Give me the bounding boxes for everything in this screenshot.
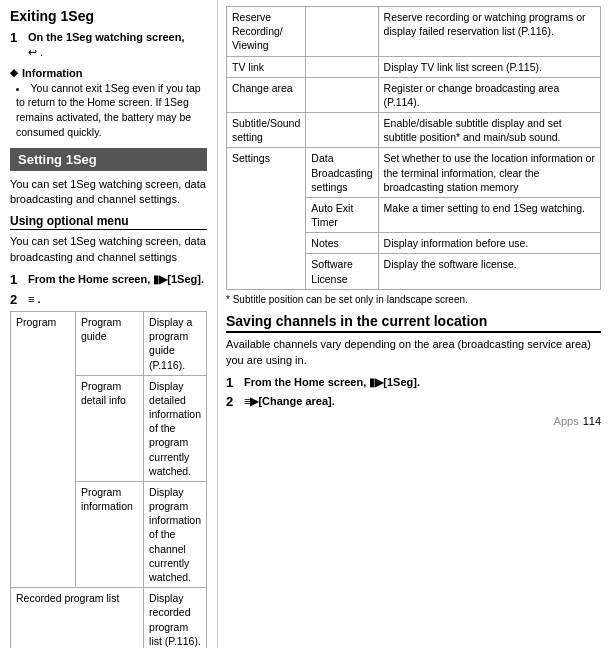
cell-program-info-desc: Display program information of the chann… xyxy=(144,481,207,587)
cell-settings: Settings xyxy=(227,148,306,289)
cell-subtitle-sub xyxy=(306,113,378,148)
step-1-num: 1 xyxy=(10,30,24,45)
left-column: Exiting 1Seg 1 On the 1Seg watching scre… xyxy=(0,0,218,648)
exiting-title: Exiting 1Seg xyxy=(10,8,207,24)
cell-data-broadcasting: Data Broadcasting settings xyxy=(306,148,378,198)
step-1-icon: ↩ . xyxy=(28,46,43,58)
right-column: Reserve Recording/ Viewing Reserve recor… xyxy=(218,0,609,648)
setting-body: You can set 1Seg watching screen, data b… xyxy=(10,177,207,209)
cell-tvlink-desc: Display TV link list screen (P.115). xyxy=(378,56,600,77)
cell-program: Program xyxy=(11,312,76,588)
program-table: Program Program guide Display a program … xyxy=(10,311,207,648)
cell-reserve-desc: Reserve recording or watching programs o… xyxy=(378,7,600,57)
step-1b-label: From the Home screen, ▮▶[1Seg]. xyxy=(28,273,204,285)
step-1b-num: 1 xyxy=(10,272,24,287)
table-row: Program Program guide Display a program … xyxy=(11,312,207,376)
step-2b-block: 2 ≡ . xyxy=(10,292,207,307)
cell-reserve-sub xyxy=(306,7,378,57)
save-section: Saving channels in the current location … xyxy=(226,313,601,410)
info-text: You cannot exit 1Seg even if you tap to … xyxy=(12,81,207,140)
footnote: * Subtitle position can be set only in l… xyxy=(226,294,601,305)
cell-program-guide: Program guide xyxy=(75,312,143,376)
right-steps: 1 From the Home screen, ▮▶[1Seg]. 2 ≡▶[C… xyxy=(226,375,601,410)
info-header-label: Information xyxy=(22,67,83,79)
page-number: 114 xyxy=(583,415,601,427)
right-step-1: 1 From the Home screen, ▮▶[1Seg]. xyxy=(226,375,601,390)
table-row: Subtitle/Sound setting Enable/disable su… xyxy=(227,113,601,148)
cell-tvlink: TV link xyxy=(227,56,306,77)
right-step-2-text: ≡▶[Change area]. xyxy=(244,394,335,409)
cell-changearea: Change area xyxy=(227,77,306,112)
setting-header: Setting 1Seg xyxy=(10,148,207,171)
info-header: ◆ Information xyxy=(10,67,207,79)
right-step-1-label: From the Home screen, ▮▶[1Seg]. xyxy=(244,376,420,388)
cell-program-detail: Program detail info xyxy=(75,375,143,481)
cell-program-info: Program information xyxy=(75,481,143,587)
cell-changearea-sub xyxy=(306,77,378,112)
right-step-1-num: 1 xyxy=(226,375,240,390)
cell-reserve: Reserve Recording/ Viewing xyxy=(227,7,306,57)
step-1b-text: From the Home screen, ▮▶[1Seg]. xyxy=(28,272,204,287)
information-block: ◆ Information You cannot exit 1Seg even … xyxy=(10,67,207,140)
table-row: Settings Data Broadcasting settings Set … xyxy=(227,148,601,198)
step-2b-icon: ≡ . xyxy=(28,292,41,307)
right-step-2-num: 2 xyxy=(226,394,240,409)
table-row: Reserve Recording/ Viewing Reserve recor… xyxy=(227,7,601,57)
right-step-2: 2 ≡▶[Change area]. xyxy=(226,394,601,409)
right-step-1-text: From the Home screen, ▮▶[1Seg]. xyxy=(244,375,420,390)
cell-program-guide-desc: Display a program guide (P.116). xyxy=(144,312,207,376)
step-1-label: On the 1Seg watching screen, xyxy=(28,31,185,43)
cell-recorded: Recorded program list xyxy=(11,588,144,648)
step-1b-block: 1 From the Home screen, ▮▶[1Seg]. xyxy=(10,272,207,287)
cell-changearea-desc: Register or change broadcasting area (P.… xyxy=(378,77,600,112)
table-row: Recorded program list Display recorded p… xyxy=(11,588,207,648)
optional-body: You can set 1Seg watching screen, data b… xyxy=(10,234,207,266)
left-table: Program Program guide Display a program … xyxy=(10,311,207,648)
cell-notes: Notes xyxy=(306,233,378,254)
save-body: Available channels vary depending on the… xyxy=(226,337,601,369)
step-1-text: On the 1Seg watching screen, ↩ . xyxy=(28,30,185,61)
table-row: TV link Display TV link list screen (P.1… xyxy=(227,56,601,77)
cell-tvlink-sub xyxy=(306,56,378,77)
cell-data-broadcasting-desc: Set whether to use the location informat… xyxy=(378,148,600,198)
cell-software-license: Software License xyxy=(306,254,378,289)
right-inner: Reserve Recording/ Viewing Reserve recor… xyxy=(218,0,609,433)
save-title: Saving channels in the current location xyxy=(226,313,601,333)
cell-program-detail-desc: Display detailed information of the prog… xyxy=(144,375,207,481)
settings-table: Reserve Recording/ Viewing Reserve recor… xyxy=(226,6,601,290)
cell-subtitle-desc: Enable/disable subtitle display and set … xyxy=(378,113,600,148)
cell-auto-exit-desc: Make a timer setting to end 1Seg watchin… xyxy=(378,197,600,232)
cell-auto-exit: Auto Exit Timer xyxy=(306,197,378,232)
cell-recorded-desc: Display recorded program list (P.116). xyxy=(144,588,207,648)
step-1-block: 1 On the 1Seg watching screen, ↩ . xyxy=(10,30,207,61)
cell-software-license-desc: Display the software license. xyxy=(378,254,600,289)
diamond-icon: ◆ xyxy=(10,67,18,78)
apps-label: Apps xyxy=(554,415,579,427)
optional-title: Using optional menu xyxy=(10,214,207,230)
info-bullet: You cannot exit 1Seg even if you tap to … xyxy=(16,81,207,140)
right-step-2-label: ≡▶[Change area]. xyxy=(244,395,335,407)
cell-notes-desc: Display information before use. xyxy=(378,233,600,254)
apps-footer: Apps 114 xyxy=(226,415,601,427)
table-row: Change area Register or change broadcast… xyxy=(227,77,601,112)
step-2b-num: 2 xyxy=(10,292,24,307)
cell-subtitle: Subtitle/Sound setting xyxy=(227,113,306,148)
